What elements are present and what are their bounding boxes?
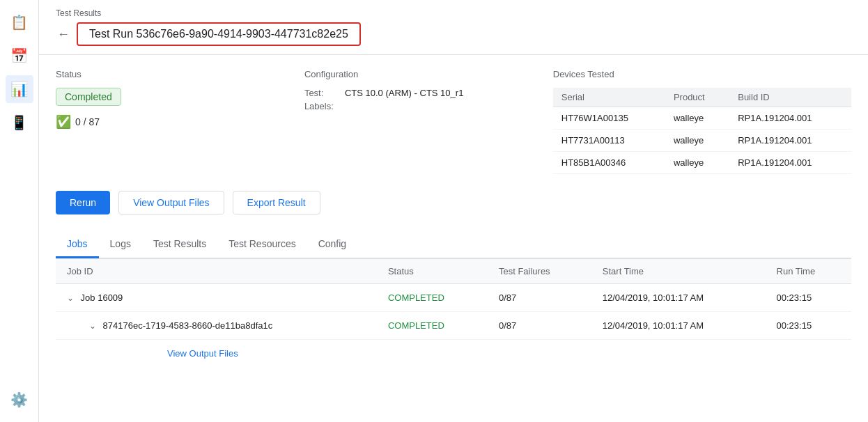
devices-title: Devices Tested [553,69,851,79]
config-test-row: Test: CTS 10.0 (ARM) - CTS 10_r1 [304,88,553,98]
sidebar-item-phone[interactable]: 📱 [6,109,33,136]
job-runtime-cell: 00:23:15 [766,284,851,312]
job-failures-cell: 0/87 [488,312,591,340]
export-result-button[interactable]: Export Result [233,191,320,214]
pass-count-value: 0 / 87 [75,116,100,127]
status-title: Status [56,69,304,79]
job-status-cell: COMPLETED [377,284,488,312]
device-buildid: RP1A.191204.001 [729,107,851,130]
jobs-table-row: ⌄ 874176ec-1719-4583-8660-de11ba8dfa1c C… [56,312,851,340]
tab-test-resources[interactable]: Test Resources [217,231,307,258]
sidebar-item-clipboard[interactable]: 📋 [6,8,33,36]
jobs-col-failures: Test Failures [488,259,591,284]
expand-button[interactable]: ⌄ [89,321,96,331]
tab-logs[interactable]: Logs [99,231,142,258]
jobs-col-runtime: Run Time [766,259,851,284]
tab-config[interactable]: Config [307,231,357,258]
jobs-col-status: Status [377,259,488,284]
chart-icon: 📊 [10,81,28,97]
job-id-cell: ⌄ Job 16009 [56,284,377,312]
job-id-cell: ⌄ 874176ec-1719-4583-8660-de11ba8dfa1c [56,312,377,340]
view-output-button[interactable]: View Output Files [118,191,224,214]
config-labels-row: Labels: [304,101,553,111]
device-product: walleye [665,130,729,152]
status-badge: Completed [56,88,121,106]
config-test-value: CTS 10.0 (ARM) - CTS 10_r1 [345,88,464,98]
job-status-cell: COMPLETED [377,312,488,340]
device-product: walleye [665,152,729,174]
jobs-col-jobid: Job ID [56,259,377,284]
device-buildid: RP1A.191204.001 [729,152,851,174]
config-title: Configuration [304,69,553,79]
check-circle-icon: ✅ [56,114,71,130]
rerun-button[interactable]: Rerun [56,191,110,214]
job-starttime-cell: 12/04/2019, 10:01:17 AM [591,312,766,340]
tab-test-results[interactable]: Test Results [142,231,217,258]
job-runtime-cell: 00:23:15 [766,312,851,340]
sidebar-item-chart[interactable]: 📊 [6,75,33,103]
status-block: Status Completed ✅ 0 / 87 [56,69,304,174]
jobs-table-header: Job ID Status Test Failures Start Time R… [56,259,851,284]
header: Test Results ← Test Run 536c76e6-9a90-49… [39,0,868,55]
view-output-files-link[interactable]: View Output Files [167,343,238,364]
tabs: JobsLogsTest ResultsTest ResourcesConfig [56,231,851,258]
config-block: Configuration Test: CTS 10.0 (ARM) - CTS… [304,69,553,174]
devices-col-serial: Serial [553,88,665,107]
job-failures-cell: 0/87 [488,284,591,312]
devices-table-row: HT7731A00113 walleye RP1A.191204.001 [553,130,851,152]
job-starttime-cell: 12/04/2019, 10:01:17 AM [591,284,766,312]
devices-table-header: Serial Product Build ID [553,88,851,107]
back-button[interactable]: ← [56,26,71,43]
info-section: Status Completed ✅ 0 / 87 Configuration … [56,69,851,174]
device-serial: HT7731A00113 [553,130,665,152]
pass-count-row: ✅ 0 / 87 [56,114,304,130]
tab-jobs[interactable]: Jobs [56,231,99,258]
content-area: Status Completed ✅ 0 / 87 Configuration … [39,55,868,422]
devices-table: Serial Product Build ID HT76W1A00135 wal… [553,88,851,174]
sidebar-item-gear[interactable]: ⚙️ [6,386,33,414]
phone-icon: 📱 [10,114,28,131]
device-product: walleye [665,107,729,130]
device-buildid: RP1A.191204.001 [729,130,851,152]
jobs-table: Job ID Status Test Failures Start Time R… [56,258,851,340]
devices-col-buildid: Build ID [729,88,851,107]
jobs-col-starttime: Start Time [591,259,766,284]
gear-icon: ⚙️ [10,391,28,408]
devices-table-row: HT76W1A00135 walleye RP1A.191204.001 [553,107,851,130]
header-title-row: ← Test Run 536c76e6-9a90-4914-9903-44773… [56,22,851,54]
devices-table-row: HT85B1A00346 walleye RP1A.191204.001 [553,152,851,174]
sidebar-item-calendar[interactable]: 📅 [6,42,33,70]
expand-button[interactable]: ⌄ [67,293,74,303]
clipboard-icon: 📋 [10,14,28,31]
main-content: Test Results ← Test Run 536c76e6-9a90-49… [39,0,868,422]
device-serial: HT85B1A00346 [553,152,665,174]
action-buttons: Rerun View Output Files Export Result [56,191,851,214]
config-labels-label: Labels: [304,101,339,111]
jobs-table-row: ⌄ Job 16009 COMPLETED 0/87 12/04/2019, 1… [56,284,851,312]
config-test-label: Test: [304,88,339,98]
calendar-icon: 📅 [10,47,28,64]
header-label: Test Results [56,8,851,18]
device-serial: HT76W1A00135 [553,107,665,130]
test-run-id: Test Run 536c76e6-9a90-4914-9903-447731c… [77,22,361,46]
devices-block: Devices Tested Serial Product Build ID H… [553,69,851,174]
devices-col-product: Product [665,88,729,107]
sidebar: 📋 📅 📊 📱 ⚙️ [0,0,39,422]
